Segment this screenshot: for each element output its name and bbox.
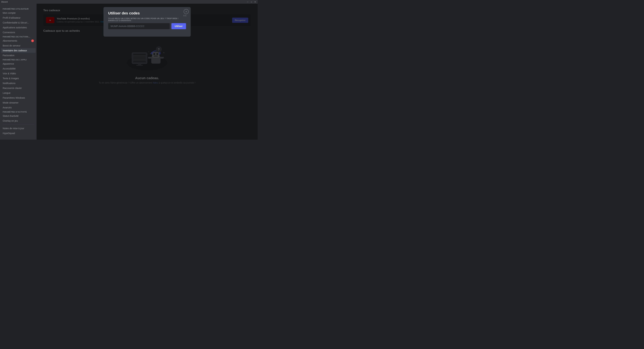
section-label-user: PARAMÈTRES UTILISATEUR xyxy=(1,7,36,11)
sidebar-item-label: Voix & Vidéo xyxy=(3,72,16,75)
sidebar-item-connexions[interactable]: Connexions xyxy=(1,30,36,35)
sidebar-item-avances[interactable]: Avancés xyxy=(1,105,36,110)
sidebar-item-statut-activite[interactable]: Statut d'activité xyxy=(1,114,36,118)
sidebar-item-label: Langue xyxy=(3,92,10,94)
sidebar-item-overlay-jeu[interactable]: Overlay en jeu xyxy=(1,118,36,123)
maximize-button[interactable]: □ xyxy=(250,1,252,3)
sidebar-item-langue[interactable]: Langue xyxy=(1,91,36,95)
sidebar-item-texte-images[interactable]: Texte & Images xyxy=(1,76,36,81)
modal-input-row: Utiliser xyxy=(108,23,186,29)
sidebar-item-label: Connexions xyxy=(3,31,15,34)
sidebar-item-label: Inventaire des cadeaux xyxy=(3,49,27,52)
minimize-button[interactable]: ─ xyxy=(246,1,249,3)
sidebar-item-label: Abonnements xyxy=(3,40,17,42)
section-label-activity: PARAMÈTRES D'ACTIVITÉ xyxy=(1,110,36,114)
section-label-billing: PARAMÈTRES DE FACTURA... xyxy=(1,35,36,39)
modal-close-button[interactable]: ✕ xyxy=(184,9,189,14)
app-body: PARAMÈTRES UTILISATEUR Mon compte Profil… xyxy=(0,4,258,140)
sidebar-item-notifications[interactable]: Notifications xyxy=(1,81,36,86)
sidebar-item-label: Mode streamer xyxy=(3,101,18,104)
sidebar-item-abonnements[interactable]: Abonnements ! xyxy=(1,39,36,43)
sidebar-item-label: Raccourcis clavier xyxy=(3,87,22,89)
window-controls: ─ □ ✕ xyxy=(246,1,256,3)
sidebar-item-label: Paramètres Windows xyxy=(3,97,25,99)
modal-title: Utiliser des codes xyxy=(108,11,186,16)
sidebar-item-label: Accessibilité xyxy=(3,67,16,70)
sidebar-item-profil-utilisateur[interactable]: Profil d'utilisateur xyxy=(1,16,36,20)
sidebar-item-voix-video[interactable]: Voix & Vidéo xyxy=(1,71,36,76)
sidebar-item-label: HypeSquad xyxy=(3,132,15,135)
app-title: Discord xyxy=(1,1,8,3)
sidebar-item-label: Facturation xyxy=(3,54,14,57)
use-codes-modal: Utiliser des codes TU AS REÇU UN CODE NI… xyxy=(104,7,191,37)
sidebar-item-accessibilite[interactable]: Accessibilité xyxy=(1,66,36,71)
abonnements-badge: ! xyxy=(31,40,34,42)
main-content: Tes cadeaux ▶ YouTube Premium (3 months)… xyxy=(36,4,258,140)
sidebar-item-label: Profil d'utilisateur xyxy=(3,17,20,19)
sidebar-item-label: Applications autorisées xyxy=(3,26,27,29)
modal-subtitle: TU AS REÇU UN CODE NITRO OU UN CODE POUR… xyxy=(108,18,186,22)
code-input[interactable] xyxy=(108,23,170,29)
sidebar-item-notes-maj[interactable]: Notes de mise à jour xyxy=(1,126,36,131)
sidebar-item-raccourcis-clavier[interactable]: Raccourcis clavier xyxy=(1,86,36,90)
sidebar: PARAMÈTRES UTILISATEUR Mon compte Profil… xyxy=(0,4,36,140)
sidebar-item-label: Overlay en jeu xyxy=(3,120,18,122)
modal-esc-label: ESC xyxy=(182,15,188,17)
sidebar-item-apparence[interactable]: Apparence xyxy=(1,61,36,66)
sidebar-item-mode-streamer[interactable]: Mode streamer xyxy=(1,100,36,105)
modal-overlay: Utiliser des codes TU AS REÇU UN CODE NI… xyxy=(36,4,258,140)
sidebar-item-label: Notes de mise à jour xyxy=(3,127,24,130)
close-button[interactable]: ✕ xyxy=(254,1,256,3)
sidebar-item-label: Notifications xyxy=(3,82,16,85)
use-button[interactable]: Utiliser xyxy=(172,23,186,29)
sidebar-item-label: Avancés xyxy=(3,106,12,109)
sidebar-item-inventaire-cadeaux[interactable]: Inventaire des cadeaux xyxy=(1,48,36,53)
sidebar-item-confidentialite[interactable]: Confidentialité & Sécuri... xyxy=(1,20,36,25)
sidebar-item-applications-autorisees[interactable]: Applications autorisées xyxy=(1,25,36,30)
sidebar-item-facturation[interactable]: Facturation xyxy=(1,53,36,58)
sidebar-item-hypesquad[interactable]: HypeSquad xyxy=(1,131,36,136)
sidebar-item-label: Texte & Images xyxy=(3,77,19,80)
sidebar-item-mon-compte[interactable]: Mon compte xyxy=(1,11,36,15)
sidebar-item-boost-serveur[interactable]: Boost de serveur xyxy=(1,43,36,48)
sidebar-item-label: Boost de serveur xyxy=(3,44,20,47)
sidebar-item-parametres-windows[interactable]: Paramètres Windows xyxy=(1,96,36,100)
sidebar-item-label: Confidentialité & Sécuri... xyxy=(3,21,29,24)
sidebar-item-label: Apparence xyxy=(3,62,14,65)
section-label-app: PARAMÈTRES DE L'APPLI xyxy=(1,58,36,61)
titlebar: Discord ─ □ ✕ xyxy=(0,0,258,4)
sidebar-item-label: Statut d'activité xyxy=(3,115,18,117)
sidebar-item-label: Mon compte xyxy=(3,12,16,14)
